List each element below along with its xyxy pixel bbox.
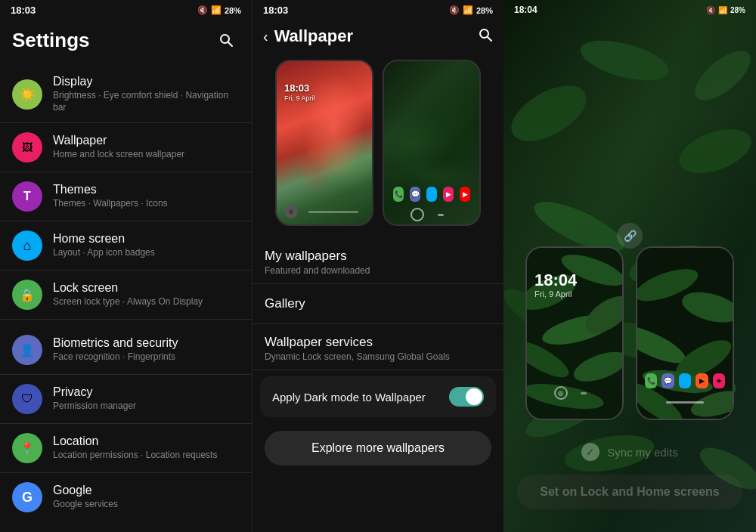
back-button[interactable]: ‹ bbox=[263, 28, 268, 45]
browser-app-icon: 🌐 bbox=[426, 187, 437, 202]
settings-item-home[interactable]: ⌂ Home screen Layout · App icon badges bbox=[0, 221, 252, 271]
status-bar-2: 18:03 🔇 📶 28% bbox=[253, 0, 503, 20]
home-desc: Layout · App icon badges bbox=[53, 247, 240, 259]
preview-mute-icon: 🔇 bbox=[706, 6, 715, 14]
settings-item-privacy[interactable]: 🛡 Privacy Permission manager bbox=[0, 375, 252, 424]
gallery-label: Gallery bbox=[265, 296, 491, 311]
gallery-section[interactable]: Gallery bbox=[253, 284, 503, 324]
settings-search-button[interactable] bbox=[212, 26, 240, 54]
privacy-desc: Permission manager bbox=[53, 401, 240, 413]
explore-wallpapers-button[interactable]: Explore more wallpapers bbox=[265, 431, 491, 466]
google-text: Google Google services bbox=[53, 484, 240, 511]
preview-status-bar: 18:04 🔇 📶 28% bbox=[503, 0, 756, 20]
settings-item-google[interactable]: G Google Google services bbox=[0, 473, 252, 521]
lock-preview-time: 18:03 bbox=[284, 82, 309, 94]
preview-home-phone[interactable]: 📞 💬 🌐 ▶ ★ bbox=[636, 246, 734, 420]
msg-app-icon: 💬 bbox=[410, 187, 420, 202]
home-text: Home screen Layout · App icon badges bbox=[53, 232, 240, 259]
themes-text: Themes Themes · Wallpapers · Icons bbox=[53, 183, 240, 210]
toggle-thumb bbox=[466, 388, 482, 405]
biometrics-icon: 👤 bbox=[12, 335, 42, 365]
svg-line-3 bbox=[488, 37, 491, 41]
wallpaper-previews: 18:03 Fri, 9 April ◎ 📞 💬 🌐 ▶ ▶ bbox=[253, 54, 503, 238]
settings-panel: 18:03 🔇 📶 28% Settings ☀️ Display Bright… bbox=[0, 0, 252, 532]
wallpaper-search-button[interactable] bbox=[478, 27, 493, 45]
settings-item-lock[interactable]: 🔒 Lock screen Screen lock type · Always … bbox=[0, 271, 252, 320]
wallpaper-panel: 18:03 🔇 📶 28% ‹ Wallpaper 18:03 Fri, 9 A… bbox=[252, 0, 503, 532]
phone-preview-lock[interactable]: 18:03 Fri, 9 April ◎ bbox=[275, 60, 373, 226]
wallpaper-desc: Home and lock screen wallpaper bbox=[53, 149, 240, 161]
dark-mode-label: Apply Dark mode to Wallpaper bbox=[272, 391, 426, 404]
my-wallpapers-desc: Featured and downloaded bbox=[265, 265, 491, 276]
themes-name: Themes bbox=[53, 183, 240, 196]
phone-app-icon: 📞 bbox=[393, 187, 404, 202]
wallpaper-icon: 🖼 bbox=[12, 132, 42, 162]
phone-preview-home[interactable]: 📞 💬 🌐 ▶ ▶ bbox=[383, 60, 481, 226]
settings-list: ☀️ Display Brightness · Eye comfort shie… bbox=[0, 63, 252, 532]
preview-lock-indicator bbox=[581, 392, 587, 394]
phone-icon-home: 📞 bbox=[645, 373, 657, 388]
settings-item-location[interactable]: 📍 Location Location permissions · Locati… bbox=[0, 424, 252, 473]
settings-item-biometrics[interactable]: 👤 Biometrics and security Face recogniti… bbox=[0, 326, 252, 375]
location-text: Location Location permissions · Location… bbox=[53, 435, 240, 462]
mute-icon-2: 🔇 bbox=[449, 5, 460, 15]
biometrics-name: Biometrics and security bbox=[53, 336, 240, 350]
wifi-icon-2: 📶 bbox=[463, 5, 473, 15]
status-icons-2: 🔇 📶 28% bbox=[449, 5, 493, 15]
status-icons-1: 🔇 📶 28% bbox=[197, 5, 241, 15]
settings-item-wallpaper[interactable]: 🖼 Wallpaper Home and lock screen wallpap… bbox=[0, 123, 252, 172]
biometrics-desc: Face recognition · Fingerprints bbox=[53, 351, 240, 363]
my-wallpapers-section[interactable]: My wallpapers Featured and downloaded bbox=[253, 238, 503, 284]
wallpaper-title: Wallpaper bbox=[274, 26, 353, 46]
preview-home-nav bbox=[637, 401, 733, 404]
preview-home-icons: 📞 💬 🌐 ▶ ★ bbox=[637, 373, 733, 388]
lock-screen-bar: ◎ bbox=[277, 205, 372, 218]
lock-icon: 🔒 bbox=[12, 280, 42, 310]
lock-text: Lock screen Screen lock type · Always On… bbox=[53, 281, 240, 308]
preview-status-icons: 🔇 📶 28% bbox=[706, 5, 745, 15]
location-icon: 📍 bbox=[12, 433, 42, 463]
settings-header: Settings bbox=[0, 20, 252, 63]
settings-item-themes[interactable]: T Themes Themes · Wallpapers · Icons bbox=[0, 172, 252, 221]
wallpaper-header: ‹ Wallpaper bbox=[253, 20, 503, 54]
wallpaper-services-title: Wallpaper services bbox=[265, 335, 491, 350]
link-between-icon: 🔗 bbox=[617, 223, 643, 249]
home-nav-bar bbox=[666, 401, 704, 404]
msg-icon-home: 💬 bbox=[662, 373, 674, 388]
wallpaper-nav: ‹ Wallpaper bbox=[263, 26, 353, 46]
status-bar-1: 18:03 🔇 📶 28% bbox=[0, 0, 252, 20]
search-icon bbox=[218, 32, 234, 48]
time-2: 18:03 bbox=[263, 5, 288, 16]
privacy-name: Privacy bbox=[53, 385, 240, 399]
play-app-icon: ▶ bbox=[443, 187, 454, 202]
preview-lock-date: Fri, 9 April bbox=[534, 289, 572, 298]
wallpaper-text: Wallpaper Home and lock screen wallpaper bbox=[53, 134, 240, 161]
preview-lock-phone[interactable]: 18:04 Fri, 9 April ◎ bbox=[525, 246, 624, 420]
wifi-icon: 📶 bbox=[211, 5, 222, 15]
battery-2: 28% bbox=[476, 6, 493, 15]
google-desc: Google services bbox=[53, 499, 240, 511]
preview-wifi-icon: 📶 bbox=[718, 6, 727, 14]
privacy-icon: 🛡 bbox=[12, 384, 42, 414]
preview-time-display: 18:04 bbox=[514, 5, 538, 15]
preview-leaves-bg-right bbox=[637, 248, 733, 419]
settings-item-display[interactable]: ☀️ Display Brightness · Eye comfort shie… bbox=[0, 66, 252, 123]
google-icon: G bbox=[12, 482, 42, 512]
home-icon: ⌂ bbox=[12, 230, 42, 261]
home-name: Home screen bbox=[53, 232, 240, 246]
settings-title: Settings bbox=[12, 29, 90, 52]
home-bottom-bar bbox=[384, 208, 479, 221]
dark-mode-toggle[interactable] bbox=[449, 387, 484, 407]
display-icon: ☀️ bbox=[12, 79, 42, 110]
lock-preview-date: Fri, 9 April bbox=[284, 94, 315, 102]
biometrics-text: Biometrics and security Face recognition… bbox=[53, 336, 240, 363]
extra-icon-home: ★ bbox=[713, 373, 725, 388]
home-nav-back bbox=[411, 208, 424, 221]
camera-icon-preview: ◎ bbox=[284, 205, 298, 218]
battery-1: 28% bbox=[225, 6, 241, 15]
nav-bar-preview bbox=[308, 211, 358, 213]
wallpaper-services-section[interactable]: Wallpaper services Dynamic Lock screen, … bbox=[253, 324, 503, 370]
svg-line-1 bbox=[228, 42, 232, 46]
themes-desc: Themes · Wallpapers · Icons bbox=[53, 198, 240, 210]
wallpaper-name: Wallpaper bbox=[53, 134, 240, 147]
